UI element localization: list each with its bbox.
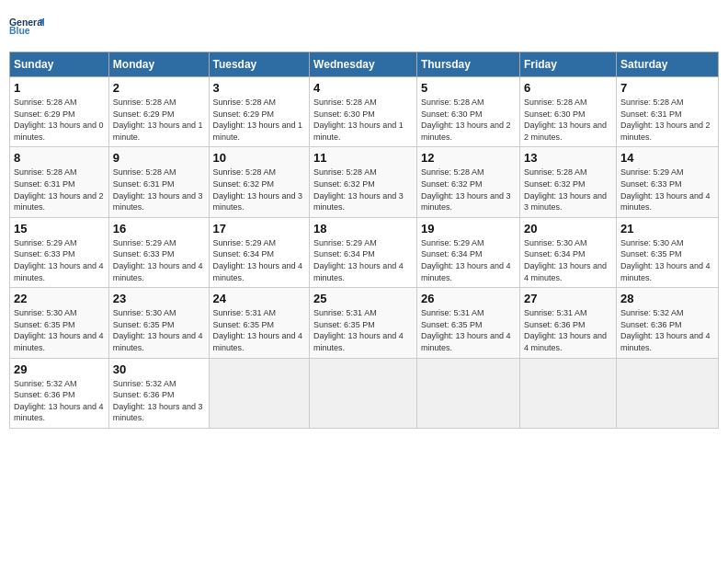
day-info: Sunrise: 5:30 AMSunset: 6:34 PMDaylight:… <box>524 237 612 283</box>
calendar-cell: 25Sunrise: 5:31 AMSunset: 6:35 PMDayligh… <box>310 288 417 358</box>
day-info: Sunrise: 5:29 AMSunset: 6:33 PMDaylight:… <box>620 167 714 213</box>
calendar-week-row: 15Sunrise: 5:29 AMSunset: 6:33 PMDayligh… <box>10 217 719 287</box>
day-info: Sunrise: 5:31 AMSunset: 6:35 PMDaylight:… <box>313 307 413 353</box>
calendar-week-row: 22Sunrise: 5:30 AMSunset: 6:35 PMDayligh… <box>10 288 719 358</box>
header-monday: Monday <box>108 52 209 77</box>
calendar-cell <box>519 358 616 428</box>
day-info: Sunrise: 5:29 AMSunset: 6:34 PMDaylight:… <box>313 237 413 283</box>
day-info: Sunrise: 5:28 AMSunset: 6:32 PMDaylight:… <box>213 167 306 213</box>
logo-svg: General Blue <box>9 9 44 44</box>
calendar-cell <box>616 358 718 428</box>
calendar-cell: 12Sunrise: 5:28 AMSunset: 6:32 PMDayligh… <box>416 147 519 217</box>
day-info: Sunrise: 5:29 AMSunset: 6:34 PMDaylight:… <box>213 237 306 283</box>
header-friday: Friday <box>519 52 616 77</box>
day-info: Sunrise: 5:30 AMSunset: 6:35 PMDaylight:… <box>14 307 105 353</box>
day-info: Sunrise: 5:32 AMSunset: 6:36 PMDaylight:… <box>14 378 105 424</box>
calendar-cell: 10Sunrise: 5:28 AMSunset: 6:32 PMDayligh… <box>209 147 310 217</box>
day-number: 29 <box>14 362 105 376</box>
day-number: 15 <box>14 222 105 236</box>
calendar-week-row: 1Sunrise: 5:28 AMSunset: 6:29 PMDaylight… <box>10 77 719 147</box>
day-number: 16 <box>113 222 205 236</box>
day-number: 30 <box>113 362 205 376</box>
calendar-cell: 21Sunrise: 5:30 AMSunset: 6:35 PMDayligh… <box>616 217 718 287</box>
calendar-cell: 18Sunrise: 5:29 AMSunset: 6:34 PMDayligh… <box>310 217 417 287</box>
calendar-cell <box>310 358 417 428</box>
calendar-week-row: 8Sunrise: 5:28 AMSunset: 6:31 PMDaylight… <box>10 147 719 217</box>
day-number: 26 <box>421 292 516 305</box>
calendar-cell: 1Sunrise: 5:28 AMSunset: 6:29 PMDaylight… <box>10 77 109 147</box>
calendar-cell: 6Sunrise: 5:28 AMSunset: 6:30 PMDaylight… <box>519 77 616 147</box>
calendar-cell: 11Sunrise: 5:28 AMSunset: 6:32 PMDayligh… <box>310 147 417 217</box>
day-number: 22 <box>14 292 105 305</box>
day-info: Sunrise: 5:28 AMSunset: 6:29 PMDaylight:… <box>113 97 205 143</box>
day-number: 17 <box>213 222 306 236</box>
calendar-cell: 9Sunrise: 5:28 AMSunset: 6:31 PMDaylight… <box>108 147 209 217</box>
day-number: 7 <box>620 81 714 95</box>
day-number: 28 <box>620 292 714 305</box>
calendar-cell: 2Sunrise: 5:28 AMSunset: 6:29 PMDaylight… <box>108 77 209 147</box>
day-number: 18 <box>313 222 413 236</box>
day-number: 20 <box>524 222 612 236</box>
calendar-cell: 22Sunrise: 5:30 AMSunset: 6:35 PMDayligh… <box>10 288 109 358</box>
day-number: 8 <box>14 151 105 165</box>
calendar-cell: 5Sunrise: 5:28 AMSunset: 6:30 PMDaylight… <box>416 77 519 147</box>
header-wednesday: Wednesday <box>310 52 417 77</box>
calendar-cell: 3Sunrise: 5:28 AMSunset: 6:29 PMDaylight… <box>209 77 310 147</box>
day-number: 4 <box>313 81 413 95</box>
day-number: 11 <box>313 151 413 165</box>
calendar-cell: 23Sunrise: 5:30 AMSunset: 6:35 PMDayligh… <box>108 288 209 358</box>
day-info: Sunrise: 5:28 AMSunset: 6:30 PMDaylight:… <box>524 97 612 143</box>
day-info: Sunrise: 5:32 AMSunset: 6:36 PMDaylight:… <box>620 307 714 353</box>
calendar-cell: 27Sunrise: 5:31 AMSunset: 6:36 PMDayligh… <box>519 288 616 358</box>
calendar-cell: 7Sunrise: 5:28 AMSunset: 6:31 PMDaylight… <box>616 77 718 147</box>
header-saturday: Saturday <box>616 52 718 77</box>
day-info: Sunrise: 5:28 AMSunset: 6:32 PMDaylight:… <box>524 167 612 213</box>
day-info: Sunrise: 5:29 AMSunset: 6:34 PMDaylight:… <box>421 237 516 283</box>
header-tuesday: Tuesday <box>209 52 310 77</box>
header-sunday: Sunday <box>10 52 109 77</box>
day-info: Sunrise: 5:32 AMSunset: 6:36 PMDaylight:… <box>113 378 205 424</box>
calendar-cell: 30Sunrise: 5:32 AMSunset: 6:36 PMDayligh… <box>108 358 209 428</box>
calendar-cell: 13Sunrise: 5:28 AMSunset: 6:32 PMDayligh… <box>519 147 616 217</box>
calendar-cell: 29Sunrise: 5:32 AMSunset: 6:36 PMDayligh… <box>10 358 109 428</box>
calendar-cell: 19Sunrise: 5:29 AMSunset: 6:34 PMDayligh… <box>416 217 519 287</box>
calendar-cell: 16Sunrise: 5:29 AMSunset: 6:33 PMDayligh… <box>108 217 209 287</box>
day-number: 2 <box>113 81 205 95</box>
day-number: 24 <box>213 292 306 305</box>
day-info: Sunrise: 5:29 AMSunset: 6:33 PMDaylight:… <box>14 237 105 283</box>
day-number: 13 <box>524 151 612 165</box>
svg-text:Blue: Blue <box>9 26 30 36</box>
calendar-cell: 8Sunrise: 5:28 AMSunset: 6:31 PMDaylight… <box>10 147 109 217</box>
day-number: 10 <box>213 151 306 165</box>
day-info: Sunrise: 5:31 AMSunset: 6:36 PMDaylight:… <box>524 307 612 353</box>
day-number: 6 <box>524 81 612 95</box>
calendar-cell <box>416 358 519 428</box>
day-info: Sunrise: 5:28 AMSunset: 6:32 PMDaylight:… <box>421 167 516 213</box>
day-number: 1 <box>14 81 105 95</box>
calendar-week-row: 29Sunrise: 5:32 AMSunset: 6:36 PMDayligh… <box>10 358 719 428</box>
page-header: General Blue <box>9 9 719 44</box>
calendar-cell: 28Sunrise: 5:32 AMSunset: 6:36 PMDayligh… <box>616 288 718 358</box>
day-number: 19 <box>421 222 516 236</box>
day-info: Sunrise: 5:31 AMSunset: 6:35 PMDaylight:… <box>421 307 516 353</box>
day-info: Sunrise: 5:30 AMSunset: 6:35 PMDaylight:… <box>620 237 714 283</box>
day-info: Sunrise: 5:29 AMSunset: 6:33 PMDaylight:… <box>113 237 205 283</box>
day-number: 5 <box>421 81 516 95</box>
calendar-cell: 14Sunrise: 5:29 AMSunset: 6:33 PMDayligh… <box>616 147 718 217</box>
calendar-cell: 4Sunrise: 5:28 AMSunset: 6:30 PMDaylight… <box>310 77 417 147</box>
header-thursday: Thursday <box>416 52 519 77</box>
day-info: Sunrise: 5:28 AMSunset: 6:30 PMDaylight:… <box>313 97 413 143</box>
day-number: 27 <box>524 292 612 305</box>
logo: General Blue <box>9 9 44 44</box>
calendar-table: SundayMondayTuesdayWednesdayThursdayFrid… <box>9 52 719 429</box>
day-info: Sunrise: 5:28 AMSunset: 6:29 PMDaylight:… <box>213 97 306 143</box>
day-number: 21 <box>620 222 714 236</box>
day-number: 9 <box>113 151 205 165</box>
calendar-cell <box>209 358 310 428</box>
day-number: 12 <box>421 151 516 165</box>
day-number: 3 <box>213 81 306 95</box>
calendar-cell: 17Sunrise: 5:29 AMSunset: 6:34 PMDayligh… <box>209 217 310 287</box>
day-info: Sunrise: 5:28 AMSunset: 6:31 PMDaylight:… <box>620 97 714 143</box>
day-number: 14 <box>620 151 714 165</box>
day-info: Sunrise: 5:31 AMSunset: 6:35 PMDaylight:… <box>213 307 306 353</box>
